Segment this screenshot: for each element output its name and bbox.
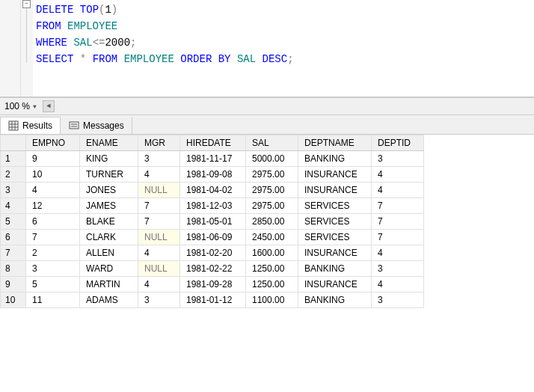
cell-sal[interactable]: 2450.00 <box>246 230 298 245</box>
cell-empno[interactable]: 9 <box>26 151 80 167</box>
cell-empno[interactable]: 12 <box>26 198 80 214</box>
cell-hiredate[interactable]: 1981-09-08 <box>180 167 246 183</box>
cell-mgr[interactable]: 7 <box>138 198 180 214</box>
table-row[interactable]: 67CLARKNULL1981-06-092450.00SERVICES7 <box>1 230 424 245</box>
cell-empno[interactable]: 2 <box>26 245 80 261</box>
table-row[interactable]: 56BLAKE71981-05-012850.00SERVICES7 <box>1 214 424 230</box>
cell-hiredate[interactable]: 1981-05-01 <box>180 214 246 230</box>
cell-ename[interactable]: KING <box>80 151 138 167</box>
cell-mgr[interactable]: NULL <box>138 230 180 245</box>
cell-deptid[interactable]: 7 <box>372 230 424 245</box>
cell-deptname[interactable]: BANKING <box>298 261 372 277</box>
table-row[interactable]: 1011ADAMS31981-01-121100.00BANKING3 <box>1 293 424 308</box>
cell-mgr[interactable]: 3 <box>138 151 180 167</box>
cell-deptid[interactable]: 4 <box>372 277 424 293</box>
cell-sal[interactable]: 2975.00 <box>246 167 298 183</box>
cell-hiredate[interactable]: 1981-06-09 <box>180 230 246 245</box>
header-rownum[interactable] <box>1 135 26 151</box>
row-number[interactable]: 1 <box>1 151 26 167</box>
cell-deptname[interactable]: SERVICES <box>298 230 372 245</box>
cell-sal[interactable]: 1250.00 <box>246 261 298 277</box>
cell-sal[interactable]: 2975.00 <box>246 183 298 198</box>
results-grid[interactable]: EMPNO ENAME MGR HIREDATE SAL DEPTNAME DE… <box>0 135 424 308</box>
cell-ename[interactable]: JAMES <box>80 198 138 214</box>
cell-deptname[interactable]: INSURANCE <box>298 245 372 261</box>
cell-sal[interactable]: 1600.00 <box>246 245 298 261</box>
cell-empno[interactable]: 10 <box>26 167 80 183</box>
cell-deptname[interactable]: SERVICES <box>298 198 372 214</box>
cell-ename[interactable]: BLAKE <box>80 214 138 230</box>
cell-ename[interactable]: WARD <box>80 261 138 277</box>
cell-hiredate[interactable]: 1981-12-03 <box>180 198 246 214</box>
cell-empno[interactable]: 5 <box>26 277 80 293</box>
cell-deptid[interactable]: 7 <box>372 198 424 214</box>
scroll-left-button[interactable]: ◄ <box>43 100 55 112</box>
row-number[interactable]: 3 <box>1 183 26 198</box>
cell-ename[interactable]: ALLEN <box>80 245 138 261</box>
table-row[interactable]: 83WARDNULL1981-02-221250.00BANKING3 <box>1 261 424 277</box>
cell-deptname[interactable]: BANKING <box>298 293 372 308</box>
table-row[interactable]: 72ALLEN41981-02-201600.00INSURANCE4 <box>1 245 424 261</box>
cell-mgr[interactable]: 4 <box>138 245 180 261</box>
header-empno[interactable]: EMPNO <box>26 135 80 151</box>
cell-hiredate[interactable]: 1981-04-02 <box>180 183 246 198</box>
cell-ename[interactable]: JONES <box>80 183 138 198</box>
zoom-dropdown-icon[interactable]: ▼ <box>33 103 37 110</box>
cell-mgr[interactable]: NULL <box>138 183 180 198</box>
cell-hiredate[interactable]: 1981-01-12 <box>180 293 246 308</box>
tab-messages[interactable]: Messages <box>61 117 132 134</box>
cell-deptname[interactable]: INSURANCE <box>298 277 372 293</box>
row-number[interactable]: 5 <box>1 214 26 230</box>
cell-deptid[interactable]: 3 <box>372 261 424 277</box>
cell-sal[interactable]: 1250.00 <box>246 277 298 293</box>
cell-sal[interactable]: 1100.00 <box>246 293 298 308</box>
cell-deptid[interactable]: 4 <box>372 245 424 261</box>
row-number[interactable]: 4 <box>1 198 26 214</box>
cell-empno[interactable]: 11 <box>26 293 80 308</box>
row-number[interactable]: 8 <box>1 261 26 277</box>
cell-mgr[interactable]: 7 <box>138 214 180 230</box>
cell-ename[interactable]: MARTIN <box>80 277 138 293</box>
cell-hiredate[interactable]: 1981-09-28 <box>180 277 246 293</box>
table-row[interactable]: 19KING31981-11-175000.00BANKING3 <box>1 151 424 167</box>
fold-toggle[interactable]: − <box>22 0 31 8</box>
cell-deptid[interactable]: 3 <box>372 151 424 167</box>
cell-deptname[interactable]: BANKING <box>298 151 372 167</box>
cell-deptname[interactable]: INSURANCE <box>298 183 372 198</box>
header-sal[interactable]: SAL <box>246 135 298 151</box>
code-text[interactable]: DELETE TOP(1) FROM EMPLOYEE WHERE SAL<=2… <box>33 0 534 97</box>
row-number[interactable]: 9 <box>1 277 26 293</box>
table-row[interactable]: 34JONESNULL1981-04-022975.00INSURANCE4 <box>1 183 424 198</box>
cell-ename[interactable]: TURNER <box>80 167 138 183</box>
cell-deptid[interactable]: 4 <box>372 167 424 183</box>
tab-results[interactable]: Results <box>0 117 61 134</box>
cell-empno[interactable]: 4 <box>26 183 80 198</box>
sql-editor[interactable]: − DELETE TOP(1) FROM EMPLOYEE WHERE SAL<… <box>0 0 534 97</box>
cell-hiredate[interactable]: 1981-02-20 <box>180 245 246 261</box>
cell-mgr[interactable]: 3 <box>138 293 180 308</box>
table-row[interactable]: 210TURNER41981-09-082975.00INSURANCE4 <box>1 167 424 183</box>
cell-deptid[interactable]: 7 <box>372 214 424 230</box>
header-ename[interactable]: ENAME <box>80 135 138 151</box>
cell-sal[interactable]: 2850.00 <box>246 214 298 230</box>
row-number[interactable]: 7 <box>1 245 26 261</box>
cell-deptid[interactable]: 4 <box>372 183 424 198</box>
cell-ename[interactable]: ADAMS <box>80 293 138 308</box>
cell-hiredate[interactable]: 1981-02-22 <box>180 261 246 277</box>
cell-deptid[interactable]: 3 <box>372 293 424 308</box>
cell-empno[interactable]: 7 <box>26 230 80 245</box>
cell-mgr[interactable]: 4 <box>138 167 180 183</box>
table-row[interactable]: 95MARTIN41981-09-281250.00INSURANCE4 <box>1 277 424 293</box>
cell-mgr[interactable]: 4 <box>138 277 180 293</box>
cell-hiredate[interactable]: 1981-11-17 <box>180 151 246 167</box>
cell-mgr[interactable]: NULL <box>138 261 180 277</box>
header-deptname[interactable]: DEPTNAME <box>298 135 372 151</box>
row-number[interactable]: 10 <box>1 293 26 308</box>
cell-deptname[interactable]: INSURANCE <box>298 167 372 183</box>
cell-sal[interactable]: 5000.00 <box>246 151 298 167</box>
header-deptid[interactable]: DEPTID <box>372 135 424 151</box>
cell-ename[interactable]: CLARK <box>80 230 138 245</box>
header-hiredate[interactable]: HIREDATE <box>180 135 246 151</box>
cell-sal[interactable]: 2975.00 <box>246 198 298 214</box>
cell-deptname[interactable]: SERVICES <box>298 214 372 230</box>
